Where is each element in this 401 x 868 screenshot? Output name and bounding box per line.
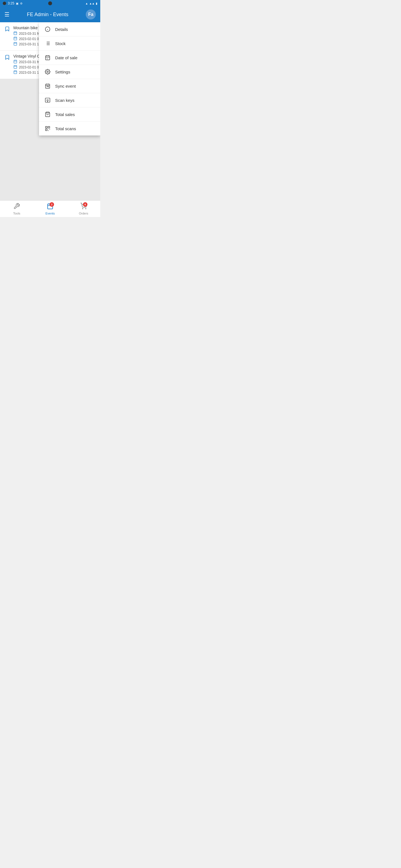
menu-label-date-of-sale: Date of sale xyxy=(55,55,78,60)
status-time: 3:25 xyxy=(8,1,14,5)
bottom-nav: Tools 2 Events 6 Orders xyxy=(0,200,100,217)
menu-item-stock[interactable]: Stock xyxy=(39,36,100,51)
menu-label-total-sales: Total sales xyxy=(55,112,75,117)
menu-label-details: Details xyxy=(55,27,68,32)
calendar-icon-1c xyxy=(13,42,17,46)
menu-item-scan-keys[interactable]: Scan keys xyxy=(39,93,100,107)
gear-icon xyxy=(45,69,51,75)
user-avatar[interactable]: Fa xyxy=(86,9,96,20)
menu-item-date-of-sale[interactable]: $ Date of sale xyxy=(39,51,100,65)
basket-icon xyxy=(45,111,51,117)
app-bar: ☰ FE Admin - Events Fa xyxy=(0,7,100,22)
svg-point-38 xyxy=(47,71,49,72)
qr-icon xyxy=(45,125,51,132)
svg-rect-12 xyxy=(14,60,17,63)
event-bookmark-icon-1 xyxy=(4,26,10,33)
menu-item-details[interactable]: Details xyxy=(39,22,100,36)
calendar-icon-1b xyxy=(13,36,17,41)
orders-badge: 6 xyxy=(83,202,87,207)
menu-item-settings[interactable]: Settings xyxy=(39,65,100,79)
svg-rect-20 xyxy=(14,71,17,74)
signal-icon: ▲▲ xyxy=(89,2,95,5)
calendar-icon-2c xyxy=(13,70,17,75)
info-icon xyxy=(45,26,51,32)
svg-rect-50 xyxy=(48,127,50,128)
nav-label-orders: Orders xyxy=(79,212,88,215)
app-bar-title: FE Admin - Events xyxy=(9,12,86,18)
svg-rect-8 xyxy=(14,42,17,45)
hamburger-menu-button[interactable]: ☰ xyxy=(4,11,9,18)
svg-rect-4 xyxy=(14,37,17,40)
sim-icon: ▣ xyxy=(16,2,18,5)
svg-point-63 xyxy=(85,208,86,209)
avatar-label: Fa xyxy=(88,12,93,17)
svg-text:$: $ xyxy=(47,58,48,60)
wifi-icon: ▲ xyxy=(85,2,88,5)
sync-calendar-icon xyxy=(45,83,51,89)
svg-rect-51 xyxy=(46,129,47,131)
menu-label-total-scans: Total scans xyxy=(55,126,76,131)
calendar-sale-icon: $ xyxy=(45,55,51,61)
svg-point-62 xyxy=(82,208,83,209)
svg-rect-0 xyxy=(14,32,17,35)
svg-rect-49 xyxy=(46,127,47,128)
nav-item-orders[interactable]: 6 Orders xyxy=(67,200,100,217)
calendar-icon-2b xyxy=(13,65,17,69)
nav-item-events[interactable]: 2 Events xyxy=(33,200,67,217)
menu-label-scan-keys: Scan keys xyxy=(55,98,74,103)
menu-label-settings: Settings xyxy=(55,69,70,74)
battery-icon: ▮ xyxy=(96,2,97,5)
status-icons-right: ▲ ▲▲ ▮ xyxy=(85,2,97,5)
scan-keys-icon xyxy=(45,97,51,103)
events-badge: 2 xyxy=(50,202,54,207)
nav-item-tools[interactable]: Tools xyxy=(0,200,33,217)
tools-icon xyxy=(13,203,20,211)
calendar-icon-2a xyxy=(13,60,17,64)
status-circle-left xyxy=(3,2,6,5)
svg-point-47 xyxy=(47,101,48,102)
menu-item-total-scans[interactable]: Total scans xyxy=(39,122,100,135)
camera-cutout xyxy=(48,1,52,5)
context-menu: Details Stock $ Date of sale xyxy=(39,22,100,135)
main-content: Mountain bike "Steep hill" 2... 2023-03-… xyxy=(0,22,100,200)
svg-rect-16 xyxy=(14,65,17,68)
nav-label-events: Events xyxy=(46,212,55,215)
menu-label-stock: Stock xyxy=(55,41,66,46)
menu-label-sync-event: Sync event xyxy=(55,84,76,89)
menu-item-sync-event[interactable]: Sync event xyxy=(39,79,100,93)
nav-label-tools: Tools xyxy=(13,212,20,215)
status-bar: 3:25 ▣ ⚙ ▲ ▲▲ ▮ xyxy=(0,0,100,7)
settings-status-icon: ⚙ xyxy=(20,2,23,5)
svg-rect-33 xyxy=(46,56,50,60)
menu-item-total-sales[interactable]: Total sales xyxy=(39,107,100,122)
event-bookmark-icon-2 xyxy=(4,55,10,61)
calendar-icon-1a xyxy=(13,31,17,36)
list-icon xyxy=(45,40,51,46)
